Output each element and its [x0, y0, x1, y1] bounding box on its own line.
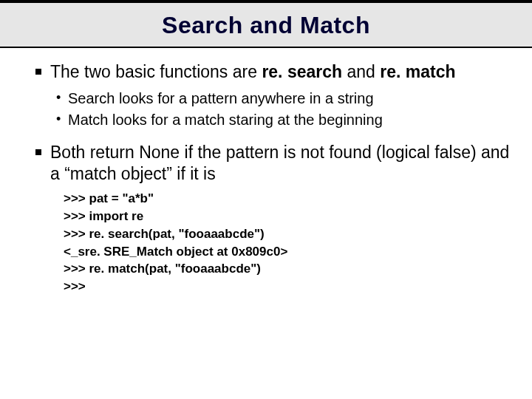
bullet-main-2: Both return None if the pattern is not f…: [35, 142, 510, 185]
code-line-1: >>> import re: [64, 208, 510, 225]
bullet1-bold2: re. match: [380, 62, 455, 81]
code-line-2: >>> re. search(pat, "fooaaabcde"): [64, 225, 510, 243]
code-line-4: >>> re. match(pat, "fooaaabcde"): [64, 260, 510, 278]
bullet1-sub1: Search looks for a pattern anywhere in a…: [56, 89, 510, 109]
bullet1-bold1: re. search: [262, 62, 342, 81]
bullet1-text-mid: and: [342, 62, 380, 81]
bullet1-text-pre: The two basic functions are: [50, 62, 262, 81]
sub-list-1: Search looks for a pattern anywhere in a…: [56, 89, 510, 130]
code-line-3: <_sre. SRE_Match object at 0x809c0>: [64, 243, 510, 261]
content-area: The two basic functions are re. search a…: [0, 61, 532, 296]
code-line-5: >>>: [64, 278, 510, 296]
bullet1-sub2: Match looks for a match staring at the b…: [56, 110, 510, 130]
bullet2-text: Both return None if the pattern is not f…: [50, 143, 509, 183]
code-line-0: >>> pat = "a*b": [64, 190, 510, 208]
bullet-main-1: The two basic functions are re. search a…: [35, 61, 510, 83]
code-block: >>> pat = "a*b" >>> import re >>> re. se…: [64, 190, 510, 296]
title-bar: Search and Match: [0, 0, 532, 48]
slide-title: Search and Match: [0, 12, 532, 39]
